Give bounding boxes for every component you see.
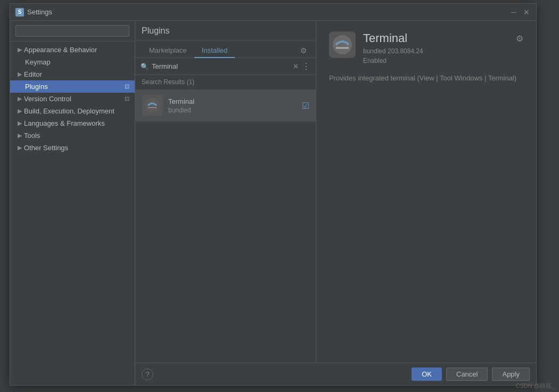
sidebar-item-label: Plugins: [25, 83, 48, 91]
search-results-label: Search Results (1): [135, 75, 316, 89]
arrow-icon: ▶: [18, 132, 22, 139]
sidebar-item-tools[interactable]: ▶ Tools: [10, 129, 135, 142]
detail-description: Provides integrated terminal (View | Too…: [329, 73, 523, 84]
right-panel: Plugins Marketplace Installed ⚙: [135, 21, 536, 385]
sidebar-item-version-control[interactable]: ▶ Version Control ⊡: [10, 93, 135, 105]
tab-installed[interactable]: Installed: [194, 44, 235, 58]
sidebar-item-label: Other Settings: [24, 144, 68, 152]
sidebar-item-languages[interactable]: ▶ Languages & Frameworks: [10, 117, 135, 129]
sidebar-item-badge: ⊡: [125, 95, 129, 102]
sidebar-item-label: Editor: [24, 70, 42, 78]
plugin-logo-terminal: [142, 95, 163, 116]
gear-icon[interactable]: ⚙: [298, 44, 309, 57]
sidebar-search-input[interactable]: [15, 25, 129, 37]
arrow-icon: ▶: [18, 144, 22, 151]
title-bar: S Settings ─ ✕: [10, 4, 536, 21]
detail-logo: [329, 31, 356, 58]
plugin-enabled-checkbox[interactable]: ☑: [302, 101, 309, 111]
plugin-list: Terminal bundled ☑: [135, 89, 316, 363]
apply-button[interactable]: Apply: [492, 368, 530, 381]
arrow-icon: ▶: [18, 120, 22, 127]
detail-info: Terminal bundled 203.8084.24 Enabled: [363, 31, 423, 64]
clear-search-button[interactable]: ✕: [293, 62, 299, 70]
sidebar-item-keymap[interactable]: Keymap: [10, 56, 135, 68]
arrow-icon: ▶: [18, 108, 22, 115]
detail-header-left: Terminal bundled 203.8084.24 Enabled: [329, 31, 423, 64]
plugin-list-panel: Plugins Marketplace Installed ⚙: [135, 21, 316, 363]
title-bar-controls: ─ ✕: [509, 8, 531, 17]
svg-point-1: [333, 35, 352, 54]
detail-status: Enabled: [363, 57, 423, 64]
bottom-bar: ? OK Cancel Apply: [135, 363, 536, 385]
detail-header: Terminal bundled 203.8084.24 Enabled ⚙: [329, 31, 523, 64]
bottom-right: OK Cancel Apply: [412, 368, 530, 381]
sidebar-item-label: Appearance & Behavior: [24, 46, 97, 54]
tab-marketplace[interactable]: Marketplace: [142, 44, 194, 58]
cancel-button[interactable]: Cancel: [446, 368, 488, 381]
sidebar-item-build[interactable]: ▶ Build, Execution, Deployment: [10, 105, 135, 117]
plugin-search-bar: 🔍 ✕ ⋮: [135, 58, 316, 75]
plugin-sub: bundled: [168, 107, 297, 114]
plugin-search-input[interactable]: [152, 62, 290, 70]
arrow-icon: ▶: [18, 71, 22, 78]
plugins-area: Plugins Marketplace Installed ⚙: [135, 21, 536, 363]
plugins-header: Plugins: [135, 21, 316, 40]
plugin-info-terminal: Terminal bundled: [168, 97, 297, 114]
plugins-title: Plugins: [142, 26, 169, 36]
tabs-row: Marketplace Installed ⚙: [135, 40, 316, 58]
detail-panel: Terminal bundled 203.8084.24 Enabled ⚙ P…: [316, 21, 536, 363]
sidebar-items: ▶ Appearance & Behavior Keymap ▶ Editor …: [10, 42, 135, 385]
sidebar-item-plugins[interactable]: Plugins ⊡: [10, 80, 135, 93]
bottom-left: ?: [142, 369, 153, 380]
more-options-button[interactable]: ⋮: [302, 61, 310, 71]
title-bar-left: S Settings: [15, 8, 52, 17]
detail-version: bundled 203.8084.24: [363, 47, 423, 55]
sidebar-search: [10, 21, 135, 42]
sidebar-item-label: Build, Execution, Deployment: [24, 107, 114, 115]
main-content: ▶ Appearance & Behavior Keymap ▶ Editor …: [10, 21, 536, 385]
svg-point-0: [145, 98, 160, 113]
sidebar-item-other-settings[interactable]: ▶ Other Settings: [10, 142, 135, 154]
detail-settings-icon[interactable]: ⚙: [516, 34, 523, 44]
sidebar-item-appearance[interactable]: ▶ Appearance & Behavior: [10, 44, 135, 56]
plugin-name: Terminal: [168, 97, 297, 105]
dialog-title: Settings: [27, 8, 52, 16]
detail-name: Terminal: [363, 31, 423, 45]
sidebar: ▶ Appearance & Behavior Keymap ▶ Editor …: [10, 21, 135, 385]
sidebar-item-label: Languages & Frameworks: [24, 119, 105, 127]
app-background: S Settings ─ ✕ ▶ Appearance & Behavior: [0, 0, 559, 392]
sidebar-item-label: Tools: [24, 132, 40, 140]
ok-button[interactable]: OK: [412, 368, 442, 381]
arrow-icon: ▶: [18, 46, 22, 53]
search-icon: 🔍: [141, 63, 149, 70]
sidebar-item-label: Version Control: [24, 95, 71, 103]
settings-dialog: S Settings ─ ✕ ▶ Appearance & Behavior: [10, 3, 537, 386]
help-button[interactable]: ?: [142, 369, 153, 380]
close-button[interactable]: ✕: [522, 8, 531, 17]
watermark: CSDN @静瑶_: [515, 382, 555, 390]
arrow-icon: ▶: [18, 95, 22, 102]
plugin-item-terminal[interactable]: Terminal bundled ☑: [135, 89, 316, 122]
app-icon: S: [15, 8, 24, 17]
sidebar-item-badge: ⊡: [125, 83, 129, 90]
sidebar-item-label: Keymap: [25, 58, 51, 66]
sidebar-item-editor[interactable]: ▶ Editor: [10, 68, 135, 80]
minimize-button[interactable]: ─: [509, 8, 518, 17]
